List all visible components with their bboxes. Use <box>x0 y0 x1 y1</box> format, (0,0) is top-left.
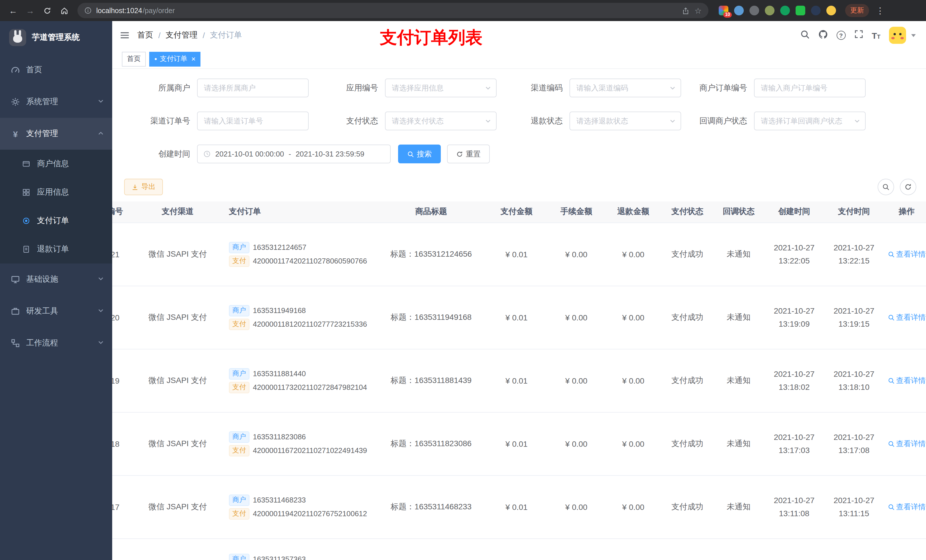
reset-button[interactable]: 重置 <box>447 145 490 163</box>
view-detail-link[interactable]: 查看详情 <box>888 502 926 512</box>
app-id-select[interactable] <box>385 78 496 97</box>
pay-status-select[interactable] <box>385 112 496 130</box>
view-detail-link[interactable]: 查看详情 <box>888 312 926 322</box>
sidebar-item-refund-order[interactable]: 退款订单 <box>0 235 112 264</box>
target-icon <box>22 216 31 225</box>
channel-order-no-input[interactable] <box>197 112 309 130</box>
breadcrumb-payment[interactable]: 支付管理 <box>166 30 198 41</box>
ext-icon-3[interactable] <box>749 6 759 15</box>
view-detail-link[interactable]: 查看详情 <box>888 438 926 449</box>
grid-icon <box>22 188 31 197</box>
cell-notify-status: 未通知 <box>713 222 764 286</box>
sidebar-item-payment[interactable]: ¥ 支付管理 <box>0 118 112 150</box>
browser-home-icon[interactable] <box>57 3 72 18</box>
export-button[interactable]: 导出 <box>124 179 163 195</box>
cell-channel: 微信 JSAPI 支付 <box>132 349 223 412</box>
ext-badge: 10 <box>723 12 732 18</box>
merchant-tag: 商户 <box>229 431 250 442</box>
browser-profile-avatar[interactable] <box>826 6 836 15</box>
cell-actions: 查看详情 <box>884 222 926 286</box>
sidebar-item-infrastructure[interactable]: 基础设施 <box>0 264 112 295</box>
view-detail-link[interactable]: 查看详情 <box>888 249 926 259</box>
tab-home[interactable]: 首页 <box>122 51 146 66</box>
browser-forward-icon[interactable]: → <box>23 3 38 18</box>
channel-code-select[interactable] <box>569 78 681 97</box>
sidebar-item-pay-order[interactable]: 支付订单 <box>0 207 112 235</box>
tab-pay-order[interactable]: ● 支付订单 × <box>149 51 201 66</box>
cell-title: 标题：1635311949168 <box>377 286 485 349</box>
github-icon[interactable] <box>818 29 828 41</box>
col-id: 编号 <box>112 201 132 222</box>
merchant-tag: 商户 <box>229 554 250 560</box>
app-navbar: 首页 / 支付管理 / 支付订单 支付订单列表 ? TT <box>112 21 926 50</box>
cell-title: 标题：1635311881439 <box>377 349 485 412</box>
refund-status-select[interactable] <box>569 112 681 130</box>
user-avatar[interactable] <box>889 27 906 44</box>
chevron-down-icon <box>669 118 676 124</box>
flow-icon <box>11 339 20 348</box>
sidebar-item-merchant-info[interactable]: 商户信息 <box>0 150 112 178</box>
table-row: 20 微信 JSAPI 支付 商户1635311949168 支付4200001… <box>112 286 926 349</box>
ext-icon-7[interactable] <box>811 6 821 15</box>
refresh-button[interactable] <box>900 179 916 195</box>
navbar-actions: ? TT <box>800 27 916 44</box>
table-row: 18 微信 JSAPI 支付 商户1635311823086 支付4200001… <box>112 412 926 475</box>
table-row: 17 微信 JSAPI 支付 商户1635311468233 支付4200001… <box>112 475 926 538</box>
search-icon[interactable] <box>800 29 809 41</box>
browser-reload-icon[interactable] <box>40 3 54 18</box>
sidebar-item-devtools[interactable]: 研发工具 <box>0 295 112 327</box>
bookmark-star-icon[interactable]: ☆ <box>694 6 702 15</box>
yen-icon: ¥ <box>11 129 20 138</box>
sidebar-item-home[interactable]: 首页 <box>0 54 112 86</box>
cell-refund: ¥ 0.00 <box>605 286 662 349</box>
view-detail-link[interactable]: 查看详情 <box>888 375 926 386</box>
ext-icon-6[interactable] <box>796 6 805 15</box>
cell-actions: 查看详情 <box>884 412 926 475</box>
chevron-down-icon <box>485 85 492 91</box>
date-range-separator: - <box>289 150 291 158</box>
browser-menu-icon[interactable]: ⋮ <box>876 5 884 16</box>
cell-title: 标题：1635312124656 <box>377 222 485 286</box>
cell-pay-status: 支付成功 <box>662 286 713 349</box>
create-time-range-picker[interactable]: 2021-10-01 00:00:00 - 2021-10-31 23:59:5… <box>197 145 391 163</box>
sidebar-item-system[interactable]: 系统管理 <box>0 86 112 118</box>
card-icon <box>22 159 31 169</box>
close-icon[interactable]: × <box>191 55 196 63</box>
cell-actions: 查看详情 <box>884 475 926 538</box>
merchant-order-no-input[interactable] <box>754 78 865 97</box>
breadcrumb-home[interactable]: 首页 <box>137 30 153 41</box>
site-info-icon[interactable] <box>84 7 92 14</box>
cell-pay-order: 商户1635311468233 支付4200001194202110276752… <box>223 475 377 538</box>
address-bar[interactable]: localhost:1024/pay/order ☆ <box>77 3 708 18</box>
merchant-tag: 商户 <box>229 368 250 379</box>
help-icon[interactable]: ? <box>836 31 846 40</box>
browser-back-icon[interactable]: ← <box>6 3 21 18</box>
chevron-down-icon <box>97 275 104 284</box>
cell-amount: ¥ 0.01 <box>485 412 548 475</box>
toggle-search-button[interactable] <box>878 179 894 195</box>
caret-down-icon[interactable] <box>911 34 916 37</box>
ext-icon-5[interactable] <box>780 6 790 15</box>
share-icon[interactable] <box>682 6 690 15</box>
clock-icon <box>203 150 211 158</box>
fullscreen-icon[interactable] <box>854 30 863 41</box>
search-button[interactable]: 搜索 <box>398 145 441 163</box>
notify-status-select[interactable] <box>754 112 865 130</box>
ext-icon-4[interactable] <box>765 6 775 15</box>
chrome-update-button[interactable]: 更新 <box>845 4 869 17</box>
ext-icon-2[interactable] <box>734 6 744 15</box>
app-logo[interactable]: 芋道管理系统 <box>0 21 112 54</box>
ext-icon-1[interactable]: 10 <box>719 6 728 15</box>
font-size-icon[interactable]: TT <box>872 31 881 39</box>
cell-pay-order: 商户1635311881440 支付4200001173202110272847… <box>223 349 377 412</box>
cell-id: 18 <box>112 412 132 475</box>
cell-pay-order: 商户1635311949168 支付4200001181202110277723… <box>223 286 377 349</box>
url-path: /pay/order <box>143 6 175 15</box>
merchant-input[interactable] <box>197 78 309 97</box>
pay-tag: 支付 <box>229 445 250 456</box>
sidebar-item-app-info[interactable]: 应用信息 <box>0 178 112 207</box>
filter-label-channel-code: 渠道编码 <box>496 83 569 93</box>
sidebar-item-workflow[interactable]: 工作流程 <box>0 327 112 359</box>
hamburger-icon[interactable] <box>120 31 129 40</box>
cell-id: 21 <box>112 222 132 286</box>
